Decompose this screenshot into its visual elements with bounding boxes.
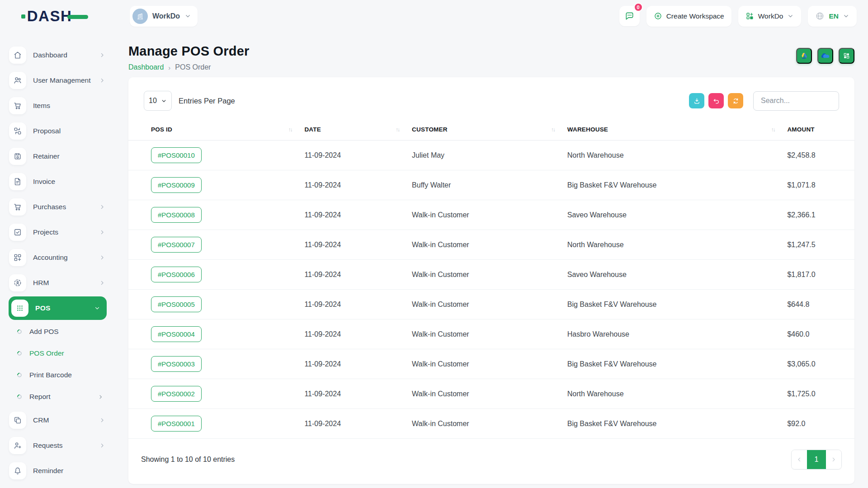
google-drive-icon — [800, 52, 808, 60]
workspace-switcher[interactable]: WorkDo — [130, 6, 198, 27]
messages-button[interactable]: 0 — [619, 6, 640, 26]
messages-count-badge: 0 — [634, 3, 643, 12]
page-number-active[interactable]: 1 — [807, 450, 826, 469]
customer-cell: Juliet May — [406, 141, 562, 170]
sidebar-item-requests[interactable]: Requests — [0, 433, 115, 458]
chevron-right-icon — [99, 77, 105, 84]
main-content: Manage POS Order Dashboard › POS Order — [115, 32, 868, 488]
pos-id-link[interactable]: #POS00008 — [151, 207, 202, 223]
warehouse-cell: Saveo Warehouse — [562, 260, 782, 290]
create-workspace-label: Create Workspace — [666, 12, 724, 20]
chat-bubble-icon — [624, 11, 635, 21]
column-header-date[interactable]: DATE↑↓ — [299, 126, 406, 141]
next-page-button[interactable] — [826, 450, 841, 469]
customer-cell: Walk-in Customer — [406, 409, 562, 439]
sidebar-item-crm[interactable]: CRM — [0, 408, 115, 433]
amount-cell: $2,458.8 — [782, 141, 854, 170]
chevron-right-icon — [830, 456, 837, 463]
amount-cell: $1,725.0 — [782, 379, 854, 409]
grid-view-button[interactable] — [839, 48, 854, 64]
sort-icon[interactable]: ↑↓ — [551, 127, 555, 133]
column-header-customer[interactable]: CUSTOMER↑↓ — [406, 126, 562, 141]
user-scan-icon — [9, 274, 26, 291]
date-cell: 11-09-2024 — [299, 170, 406, 200]
breadcrumb: Dashboard › POS Order — [128, 63, 250, 71]
home-icon — [9, 47, 26, 64]
date-cell: 11-09-2024 — [299, 409, 406, 439]
warehouse-cell: Big Basket F&V Warehouse — [562, 349, 782, 379]
chevron-right-icon — [99, 442, 105, 449]
language-dropdown[interactable]: EN — [808, 6, 857, 27]
page-title: Manage POS Order — [128, 44, 250, 59]
sidebar-item-pos[interactable]: POS — [9, 296, 107, 320]
export-button[interactable] — [689, 93, 704, 108]
create-workspace-button[interactable]: Create Workspace — [646, 6, 731, 27]
previous-page-button[interactable] — [792, 450, 807, 469]
sidebar-item-retainer[interactable]: Retainer — [0, 144, 115, 169]
amount-cell: $1,817.0 — [782, 260, 854, 290]
breadcrumb-separator-icon: › — [168, 64, 170, 71]
sidebar-subitem-print-barcode[interactable]: Print Barcode — [0, 364, 115, 386]
customer-cell: Buffy Walter — [406, 170, 562, 200]
table-row: #POS00001 11-09-2024 Walk-in Customer Bi… — [128, 409, 854, 439]
app-menu-label: WorkDo — [758, 12, 783, 20]
pos-id-link[interactable]: #POS00003 — [151, 356, 202, 372]
pos-id-link[interactable]: #POS00001 — [151, 416, 202, 432]
check-square-icon — [9, 224, 26, 241]
warehouse-cell: North Warehouse — [562, 230, 782, 260]
sidebar-item-purchases[interactable]: Purchases — [0, 194, 115, 220]
chevron-down-icon — [184, 13, 191, 19]
sidebar-item-projects[interactable]: Projects — [0, 220, 115, 245]
sort-icon[interactable]: ↑↓ — [771, 127, 774, 133]
customer-cell: Walk-in Customer — [406, 260, 562, 290]
sidebar-subitem-report[interactable]: Report — [0, 386, 115, 408]
logo-area: DASH — [0, 8, 115, 25]
sidebar-item-accounting[interactable]: Accounting — [0, 245, 115, 270]
pos-id-link[interactable]: #POS00007 — [151, 237, 202, 253]
chevron-right-icon — [98, 394, 104, 400]
grid-plus-icon — [9, 249, 26, 266]
refresh-button[interactable] — [728, 93, 743, 108]
sidebar-item-items[interactable]: Items — [0, 93, 115, 118]
sidebar-item-user-management[interactable]: User Management — [0, 68, 115, 93]
sidebar-subitem-pos-order[interactable]: POS Order — [0, 343, 115, 364]
sort-icon[interactable]: ↑↓ — [396, 127, 399, 133]
entries-per-page-select[interactable]: 10 — [144, 91, 172, 111]
chevron-right-icon — [99, 204, 105, 210]
table-row: #POS00002 11-09-2024 Walk-in Customer No… — [128, 379, 854, 409]
sidebar-item-dashboard[interactable]: Dashboard — [0, 42, 115, 68]
sort-icon[interactable]: ↑↓ — [288, 127, 292, 133]
pos-id-link[interactable]: #POS00009 — [151, 177, 202, 193]
pos-id-link[interactable]: #POS00004 — [151, 326, 202, 342]
breadcrumb-current: POS Order — [175, 63, 211, 71]
sidebar-item-invoice[interactable]: Invoice — [0, 169, 115, 194]
pos-id-link[interactable]: #POS00005 — [151, 296, 202, 312]
breadcrumb-dashboard-link[interactable]: Dashboard — [128, 63, 164, 71]
table-row: #POS00009 11-09-2024 Buffy Walter Big Ba… — [128, 170, 854, 200]
chevron-down-icon — [843, 13, 849, 19]
entries-per-page-value: 10 — [149, 97, 157, 105]
column-header-amount[interactable]: AMOUNT — [782, 126, 854, 141]
google-drive-button[interactable] — [796, 48, 812, 64]
brand-logo[interactable]: DASH — [27, 8, 89, 25]
column-header-warehouse[interactable]: WAREHOUSE↑↓ — [562, 126, 782, 141]
undo-button[interactable] — [708, 93, 724, 108]
date-cell: 11-09-2024 — [299, 200, 406, 230]
sidebar-item-hrm[interactable]: HRM — [0, 270, 115, 296]
pos-id-link[interactable]: #POS00010 — [151, 147, 202, 163]
pos-id-link[interactable]: #POS00002 — [151, 386, 202, 402]
brand-logo-text: DASH — [27, 8, 72, 25]
sidebar-subitem-add-pos[interactable]: Add POS — [0, 321, 115, 343]
grid-icon — [843, 52, 850, 60]
sidebar-item-proposal[interactable]: Proposal — [0, 118, 115, 144]
warehouse-cell: Saveo Warehouse — [562, 200, 782, 230]
search-input[interactable] — [753, 91, 839, 111]
app-menu-dropdown[interactable]: WorkDo — [738, 6, 802, 27]
pos-id-link[interactable]: #POS00006 — [151, 267, 202, 282]
chevron-right-icon — [99, 254, 105, 261]
onedrive-button[interactable] — [817, 48, 833, 64]
sidebar-item-reminder[interactable]: Reminder — [0, 458, 115, 483]
plus-circle-icon — [654, 12, 662, 20]
column-header-pos-id[interactable]: POS ID↑↓ — [128, 126, 299, 141]
chevron-right-icon — [99, 417, 105, 423]
